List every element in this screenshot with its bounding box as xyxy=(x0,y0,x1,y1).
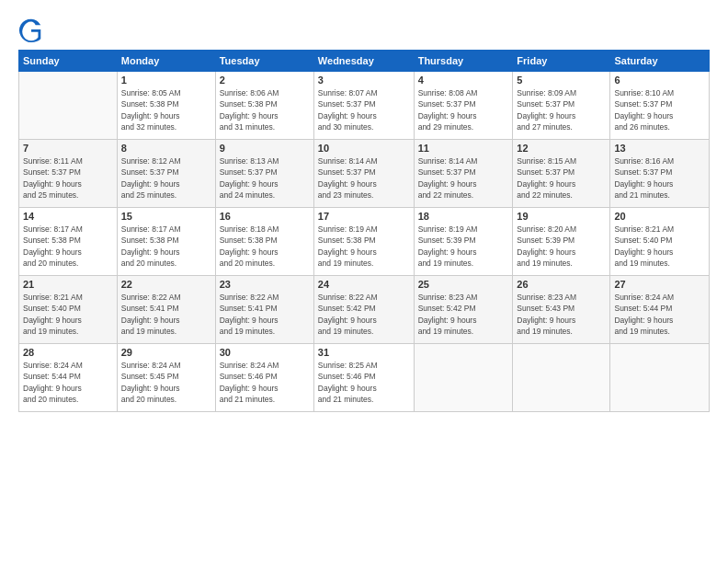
day-cell: 9Sunrise: 8:13 AM Sunset: 5:37 PM Daylig… xyxy=(215,140,313,208)
day-cell: 2Sunrise: 8:06 AM Sunset: 5:38 PM Daylig… xyxy=(215,72,313,140)
day-number: 28 xyxy=(23,347,113,358)
day-number: 25 xyxy=(418,279,509,290)
day-number: 19 xyxy=(517,211,606,222)
day-number: 4 xyxy=(418,75,509,86)
day-number: 8 xyxy=(121,143,211,154)
day-number: 11 xyxy=(418,143,509,154)
day-info: Sunrise: 8:05 AM Sunset: 5:38 PM Dayligh… xyxy=(121,87,211,132)
day-number: 12 xyxy=(517,143,606,154)
day-cell: 16Sunrise: 8:18 AM Sunset: 5:38 PM Dayli… xyxy=(215,208,313,276)
day-info: Sunrise: 8:21 AM Sunset: 5:40 PM Dayligh… xyxy=(23,292,113,337)
calendar-table: SundayMondayTuesdayWednesdayThursdayFrid… xyxy=(18,50,710,412)
day-number: 9 xyxy=(220,143,310,154)
day-cell: 27Sunrise: 8:24 AM Sunset: 5:44 PM Dayli… xyxy=(610,276,710,344)
day-cell: 22Sunrise: 8:22 AM Sunset: 5:41 PM Dayli… xyxy=(117,276,215,344)
day-cell: 19Sunrise: 8:20 AM Sunset: 5:39 PM Dayli… xyxy=(513,208,610,276)
day-cell: 1Sunrise: 8:05 AM Sunset: 5:38 PM Daylig… xyxy=(117,72,215,140)
day-number: 18 xyxy=(418,211,509,222)
day-cell: 15Sunrise: 8:17 AM Sunset: 5:38 PM Dayli… xyxy=(117,208,215,276)
day-cell: 6Sunrise: 8:10 AM Sunset: 5:37 PM Daylig… xyxy=(610,72,710,140)
day-info: Sunrise: 8:19 AM Sunset: 5:39 PM Dayligh… xyxy=(418,224,509,269)
day-number: 24 xyxy=(318,279,410,290)
day-cell: 13Sunrise: 8:16 AM Sunset: 5:37 PM Dayli… xyxy=(610,140,710,208)
day-cell: 10Sunrise: 8:14 AM Sunset: 5:37 PM Dayli… xyxy=(313,140,414,208)
day-info: Sunrise: 8:24 AM Sunset: 5:45 PM Dayligh… xyxy=(121,360,211,405)
day-info: Sunrise: 8:14 AM Sunset: 5:37 PM Dayligh… xyxy=(418,155,509,201)
day-number: 27 xyxy=(614,279,705,290)
day-info: Sunrise: 8:22 AM Sunset: 5:41 PM Dayligh… xyxy=(220,292,310,337)
day-cell xyxy=(513,344,610,412)
day-cell: 28Sunrise: 8:24 AM Sunset: 5:44 PM Dayli… xyxy=(19,344,118,412)
day-cell: 26Sunrise: 8:23 AM Sunset: 5:43 PM Dayli… xyxy=(513,276,610,344)
day-info: Sunrise: 8:23 AM Sunset: 5:43 PM Dayligh… xyxy=(517,292,606,337)
day-number: 29 xyxy=(121,347,211,358)
day-info: Sunrise: 8:22 AM Sunset: 5:42 PM Dayligh… xyxy=(318,292,410,337)
day-number: 17 xyxy=(318,211,410,222)
day-info: Sunrise: 8:23 AM Sunset: 5:42 PM Dayligh… xyxy=(418,292,509,337)
day-info: Sunrise: 8:24 AM Sunset: 5:44 PM Dayligh… xyxy=(23,360,113,405)
day-info: Sunrise: 8:15 AM Sunset: 5:37 PM Dayligh… xyxy=(517,155,606,201)
day-number: 21 xyxy=(23,279,113,290)
day-cell xyxy=(414,344,513,412)
day-number: 2 xyxy=(220,75,310,86)
day-info: Sunrise: 8:17 AM Sunset: 5:38 PM Dayligh… xyxy=(121,224,211,269)
col-header-friday: Friday xyxy=(513,51,610,72)
day-info: Sunrise: 8:11 AM Sunset: 5:37 PM Dayligh… xyxy=(23,155,113,201)
day-cell xyxy=(19,72,118,140)
day-cell: 11Sunrise: 8:14 AM Sunset: 5:37 PM Dayli… xyxy=(414,140,513,208)
day-info: Sunrise: 8:12 AM Sunset: 5:37 PM Dayligh… xyxy=(121,155,211,201)
logo xyxy=(18,17,48,42)
header-row: SundayMondayTuesdayWednesdayThursdayFrid… xyxy=(19,51,710,72)
day-number: 22 xyxy=(121,279,211,290)
day-cell: 29Sunrise: 8:24 AM Sunset: 5:45 PM Dayli… xyxy=(117,344,215,412)
day-info: Sunrise: 8:10 AM Sunset: 5:37 PM Dayligh… xyxy=(614,87,705,132)
day-info: Sunrise: 8:16 AM Sunset: 5:37 PM Dayligh… xyxy=(614,155,705,201)
day-number: 5 xyxy=(517,75,606,86)
day-info: Sunrise: 8:06 AM Sunset: 5:38 PM Dayligh… xyxy=(220,87,310,132)
col-header-tuesday: Tuesday xyxy=(215,51,313,72)
col-header-monday: Monday xyxy=(117,51,215,72)
day-number: 30 xyxy=(220,347,310,358)
day-cell: 7Sunrise: 8:11 AM Sunset: 5:37 PM Daylig… xyxy=(19,140,118,208)
day-cell: 23Sunrise: 8:22 AM Sunset: 5:41 PM Dayli… xyxy=(215,276,313,344)
day-cell: 18Sunrise: 8:19 AM Sunset: 5:39 PM Dayli… xyxy=(414,208,513,276)
day-info: Sunrise: 8:07 AM Sunset: 5:37 PM Dayligh… xyxy=(318,87,410,132)
day-cell: 14Sunrise: 8:17 AM Sunset: 5:38 PM Dayli… xyxy=(19,208,118,276)
day-info: Sunrise: 8:20 AM Sunset: 5:39 PM Dayligh… xyxy=(517,224,606,269)
week-row-1: 1Sunrise: 8:05 AM Sunset: 5:38 PM Daylig… xyxy=(19,72,710,140)
day-cell xyxy=(610,344,710,412)
day-info: Sunrise: 8:08 AM Sunset: 5:37 PM Dayligh… xyxy=(418,87,509,132)
day-cell: 8Sunrise: 8:12 AM Sunset: 5:37 PM Daylig… xyxy=(117,140,215,208)
week-row-5: 28Sunrise: 8:24 AM Sunset: 5:44 PM Dayli… xyxy=(19,344,710,412)
day-cell: 4Sunrise: 8:08 AM Sunset: 5:37 PM Daylig… xyxy=(414,72,513,140)
day-cell: 31Sunrise: 8:25 AM Sunset: 5:46 PM Dayli… xyxy=(313,344,414,412)
week-row-3: 14Sunrise: 8:17 AM Sunset: 5:38 PM Dayli… xyxy=(19,208,710,276)
day-number: 31 xyxy=(318,347,410,358)
day-number: 1 xyxy=(121,75,211,86)
day-number: 14 xyxy=(23,211,113,222)
day-number: 16 xyxy=(220,211,310,222)
day-number: 26 xyxy=(517,279,606,290)
week-row-2: 7Sunrise: 8:11 AM Sunset: 5:37 PM Daylig… xyxy=(19,140,710,208)
day-cell: 30Sunrise: 8:24 AM Sunset: 5:46 PM Dayli… xyxy=(215,344,313,412)
day-cell: 5Sunrise: 8:09 AM Sunset: 5:37 PM Daylig… xyxy=(513,72,610,140)
week-row-4: 21Sunrise: 8:21 AM Sunset: 5:40 PM Dayli… xyxy=(19,276,710,344)
day-cell: 20Sunrise: 8:21 AM Sunset: 5:40 PM Dayli… xyxy=(610,208,710,276)
day-number: 6 xyxy=(614,75,705,86)
day-cell: 25Sunrise: 8:23 AM Sunset: 5:42 PM Dayli… xyxy=(414,276,513,344)
day-number: 10 xyxy=(318,143,410,154)
day-number: 23 xyxy=(220,279,310,290)
page: SundayMondayTuesdayWednesdayThursdayFrid… xyxy=(0,0,728,563)
day-cell: 21Sunrise: 8:21 AM Sunset: 5:40 PM Dayli… xyxy=(19,276,118,344)
col-header-sunday: Sunday xyxy=(19,51,118,72)
day-number: 20 xyxy=(614,211,705,222)
day-info: Sunrise: 8:24 AM Sunset: 5:46 PM Dayligh… xyxy=(220,360,310,405)
day-info: Sunrise: 8:25 AM Sunset: 5:46 PM Dayligh… xyxy=(318,360,410,405)
day-info: Sunrise: 8:22 AM Sunset: 5:41 PM Dayligh… xyxy=(121,292,211,337)
day-info: Sunrise: 8:21 AM Sunset: 5:40 PM Dayligh… xyxy=(614,224,705,269)
col-header-thursday: Thursday xyxy=(414,51,513,72)
day-info: Sunrise: 8:24 AM Sunset: 5:44 PM Dayligh… xyxy=(614,292,705,337)
day-info: Sunrise: 8:09 AM Sunset: 5:37 PM Dayligh… xyxy=(517,87,606,132)
day-cell: 3Sunrise: 8:07 AM Sunset: 5:37 PM Daylig… xyxy=(313,72,414,140)
header xyxy=(18,17,710,42)
